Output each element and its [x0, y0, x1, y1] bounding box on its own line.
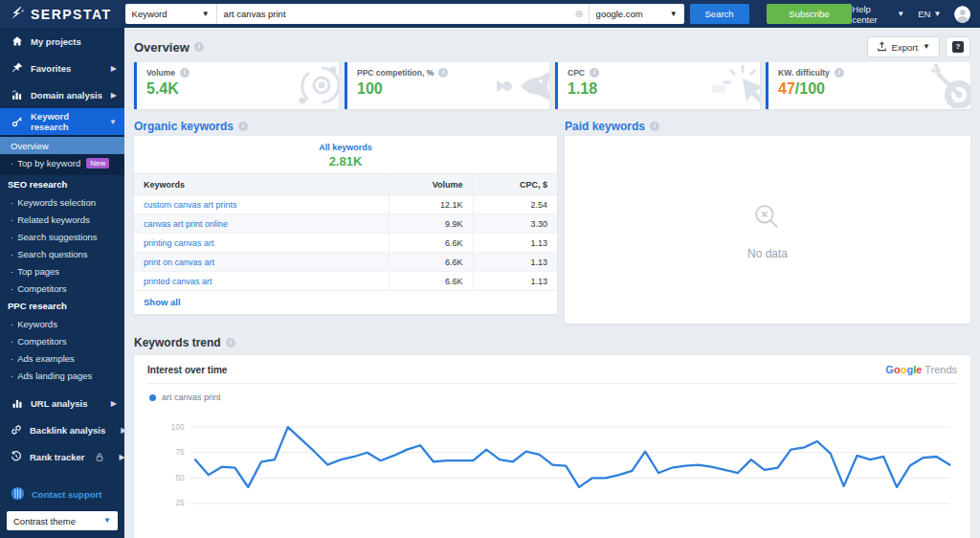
question-mark-icon: ?: [952, 41, 964, 53]
sidebar-item-competitors[interactable]: ·Competitors: [0, 332, 124, 349]
sidebar-bottom: Contact support Contrast theme ▼: [0, 481, 124, 538]
info-icon[interactable]: i: [180, 68, 189, 78]
sidebar-item-ads-landing-pages[interactable]: ·Ads landing pages: [0, 367, 124, 384]
submenu-item-top-by-keyword[interactable]: ·Top by keywordNew: [0, 154, 124, 171]
info-icon[interactable]: i: [226, 338, 235, 347]
sidebar-item-url-analysis[interactable]: URL analysis▶: [0, 390, 124, 416]
sidebar-item-label: Search suggestions: [17, 232, 97, 242]
paid-keywords-title-row: Paid keywords i: [565, 117, 970, 136]
contact-support-link[interactable]: Contact support: [0, 481, 124, 511]
keywords-trend-title: Keywords trend: [134, 336, 221, 349]
help-center-label: Help center: [852, 4, 894, 25]
search-engine-select[interactable]: google.com ▼: [589, 4, 684, 24]
avatar[interactable]: [954, 6, 970, 23]
sidebar-item-keyword-research[interactable]: Keyword research▼: [0, 108, 124, 135]
stat-card-label: Volumei: [146, 68, 339, 78]
sidebar-item-keywords-selection[interactable]: ·Keywords selection: [0, 193, 124, 211]
info-icon[interactable]: i: [194, 42, 204, 52]
chart-legend: art canvas print: [147, 384, 957, 406]
y-axis-tick-label: 100: [171, 423, 185, 432]
bullet-icon: ·: [11, 370, 13, 381]
keyword-cell: custom canvas art prints: [134, 195, 389, 214]
lock-icon: [95, 452, 104, 462]
chevron-down-icon: ▼: [109, 118, 117, 126]
sidebar-section-seo-research: SEO research: [0, 175, 124, 193]
serpstat-app: SERPSTAT Keyword ▼ art canvas print ⊗ go…: [0, 0, 980, 538]
keyword-cell: canvas art print online: [134, 214, 389, 234]
clear-search-icon[interactable]: ⊗: [574, 8, 583, 20]
stat-value-main: 47: [778, 80, 795, 97]
keyword-link[interactable]: printed canvas art: [144, 277, 212, 286]
export-button[interactable]: Export ▼: [867, 36, 940, 57]
serpstat-logo-text: SERPSTAT: [31, 7, 112, 22]
info-icon[interactable]: i: [650, 122, 659, 131]
bullet-icon: ·: [11, 353, 13, 364]
sidebar-item-search-questions[interactable]: ·Search questions: [0, 245, 124, 262]
keyword-link[interactable]: printing canvas art: [144, 238, 214, 248]
column-header-volume[interactable]: Volume: [389, 174, 473, 195]
sidebar-item-ads-examples[interactable]: ·Ads examples: [0, 349, 124, 367]
serpstat-logo[interactable]: SERPSTAT: [0, 7, 120, 22]
table-row: print on canvas art6.6K1.13: [134, 253, 557, 272]
y-axis-tick-label: 25: [175, 499, 185, 507]
no-data-search-icon: [749, 199, 786, 239]
sidebar-item-my-projects[interactable]: My projects: [0, 28, 124, 55]
home-icon: [11, 35, 23, 47]
all-keywords-value: 2.81K: [134, 154, 557, 168]
all-keywords-summary: All keywords 2.81K: [134, 136, 557, 173]
google-wordmark: Google: [885, 364, 922, 375]
stat-cards: Volumei5.4KPPC competition, %i100CPCi1.1…: [134, 62, 970, 109]
cpc-cell: 1.13: [473, 272, 557, 291]
sidebar-item-search-suggestions[interactable]: ·Search suggestions: [0, 228, 124, 245]
sidebar-item-label: Top pages: [17, 266, 59, 277]
stat-card-label: PPC competition, %i: [357, 68, 549, 78]
cpc-cell: 1.13: [473, 253, 557, 272]
all-keywords-label: All keywords: [134, 143, 557, 152]
column-header-keywords[interactable]: Keywords: [134, 174, 389, 195]
sidebar-item-label: Domain analysis: [31, 90, 103, 101]
help-button[interactable]: ?: [946, 36, 970, 57]
key-icon: [11, 116, 23, 127]
help-center-menu[interactable]: Help center ▼: [852, 4, 904, 25]
theme-select-value: Contrast theme: [13, 516, 76, 527]
cpc-cell: 2.54: [473, 195, 557, 214]
search-input[interactable]: art canvas print ⊗: [217, 4, 589, 24]
serpstat-logo-icon: [11, 7, 26, 22]
sidebar-item-favorites[interactable]: Favorites▶: [0, 55, 124, 81]
chevron-right-icon: ▶: [111, 64, 117, 73]
bullet-icon: ·: [11, 197, 13, 208]
keyword-link[interactable]: canvas art print online: [144, 219, 228, 229]
subscribe-button[interactable]: Subscribe: [767, 4, 853, 24]
volume-cell: 9.9K: [389, 214, 473, 234]
sidebar-item-backlink-analysis[interactable]: Backlink analysis▶: [0, 416, 124, 443]
keyword-link[interactable]: custom canvas art prints: [144, 200, 237, 210]
overview-header-row: Overview i Export ▼ ?: [134, 34, 970, 59]
sidebar-item-related-keywords[interactable]: ·Related keywords: [0, 211, 124, 228]
submenu-item-overview[interactable]: Overview: [0, 137, 124, 154]
organic-keywords-table: KeywordsVolumeCPC, $ custom canvas art p…: [134, 173, 557, 291]
sidebar-item-top-pages[interactable]: ·Top pages: [0, 262, 124, 280]
info-icon[interactable]: i: [590, 68, 599, 78]
paid-keywords-title: Paid keywords: [565, 120, 645, 133]
keyword-link[interactable]: print on canvas art: [144, 258, 214, 267]
no-data-label: No data: [747, 247, 788, 260]
theme-select[interactable]: Contrast theme ▼: [7, 511, 118, 530]
sidebar-item-rank-tracker[interactable]: Rank tracker▶: [0, 443, 124, 470]
google-trends-logo: Google Trends: [885, 364, 957, 375]
language-menu[interactable]: EN ▼: [918, 9, 941, 19]
sidebar-item-label: My projects: [31, 36, 117, 47]
column-header-cpc-[interactable]: CPC, $: [473, 174, 557, 195]
submenu-item-label: Overview: [11, 141, 49, 151]
top-bar: SERPSTAT Keyword ▼ art canvas print ⊗ go…: [0, 0, 980, 28]
sidebar-item-domain-analysis[interactable]: Domain analysis▶: [0, 81, 124, 108]
chevron-right-icon: ▶: [111, 399, 117, 408]
info-icon[interactable]: i: [238, 122, 248, 131]
info-icon[interactable]: i: [835, 68, 844, 78]
search-type-select[interactable]: Keyword ▼: [125, 4, 217, 24]
sidebar-item-keywords[interactable]: ·Keywords: [0, 315, 124, 332]
info-icon[interactable]: i: [438, 68, 448, 78]
bullet-icon: ·: [11, 214, 13, 225]
search-button[interactable]: Search: [690, 4, 749, 24]
sidebar-item-competitors[interactable]: ·Competitors: [0, 280, 124, 297]
show-all-link[interactable]: Show all: [134, 291, 557, 314]
